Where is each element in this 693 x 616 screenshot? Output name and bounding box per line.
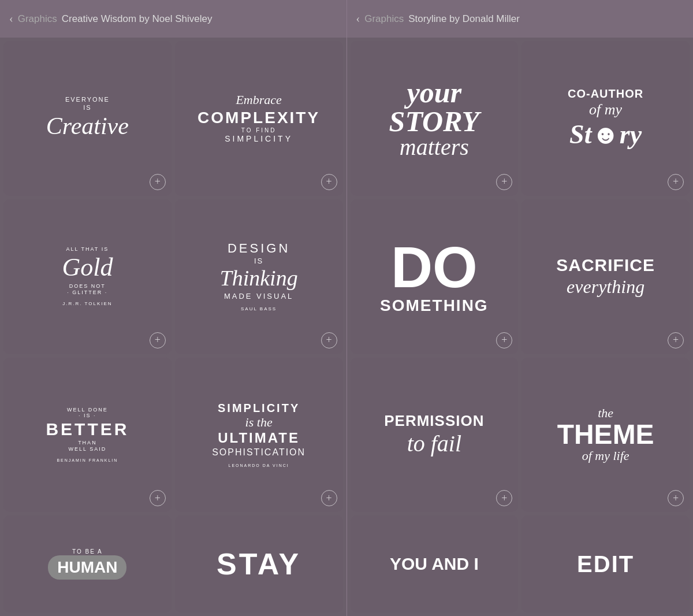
card-sacrifice[interactable]: SACRIFICE everything + bbox=[521, 199, 690, 354]
left-panel: ‹ Graphics Creative Wisdom by Noel Shive… bbox=[0, 0, 347, 616]
text-doesnot: DOES NOT bbox=[62, 283, 113, 290]
text-do: DO bbox=[380, 238, 489, 296]
add-button-your-story-matters[interactable]: + bbox=[496, 174, 512, 190]
add-button-well-done[interactable]: + bbox=[150, 490, 166, 506]
right-grid: your STORY matters + CO-AUTHOR of my St☻… bbox=[347, 38, 694, 616]
card-permission-to-fail-content: PERMISSION to fail bbox=[375, 403, 493, 467]
left-nav-title: Creative Wisdom by Noel Shiveley bbox=[62, 13, 213, 25]
card-permission-to-fail[interactable]: PERMISSION to fail + bbox=[351, 358, 519, 513]
text-tofind: TO FIND bbox=[198, 127, 320, 134]
text-thinking: Thinking bbox=[220, 265, 298, 292]
text-story2: St☻ry bbox=[568, 118, 643, 150]
right-nav-bar: ‹ Graphics Storyline by Donald Miller bbox=[347, 0, 694, 38]
text-tobea: TO BE A bbox=[48, 548, 126, 555]
text-ofmylife: of my life bbox=[557, 448, 654, 463]
text-welldone: WELL DONE bbox=[46, 407, 129, 413]
card-theme-of-my-life[interactable]: the THEME of my life + bbox=[521, 358, 690, 513]
text-something: SOMETHING bbox=[380, 296, 489, 316]
card-everyone-creative-content: EVERYONE IS Creative bbox=[37, 87, 138, 150]
text-permission: PERMISSION bbox=[384, 412, 484, 430]
card-you-and-i-content: YOU AND I bbox=[381, 544, 488, 584]
text-allthatis: ALL THAT IS bbox=[62, 246, 113, 253]
text-human-badge: HUMAN bbox=[48, 555, 126, 580]
text-is2: IS bbox=[220, 257, 298, 266]
card-stay[interactable]: STAY bbox=[175, 515, 343, 613]
text-isthe: is the bbox=[212, 415, 305, 430]
text-franklin: BENJAMIN FRANKLIN bbox=[46, 458, 129, 463]
card-embrace-complexity-content: Embrace COMPLEXITY TO FIND SIMPLICITY bbox=[188, 83, 329, 153]
card-simplicity-ultimate[interactable]: SIMPLICITY is the ULTIMATE SOPHISTICATIO… bbox=[175, 358, 343, 513]
card-everyone-creative[interactable]: EVERYONE IS Creative + bbox=[3, 41, 172, 196]
text-davinci: LEONARDO DA VINCI bbox=[212, 463, 305, 468]
left-nav-section[interactable]: Graphics bbox=[18, 13, 57, 25]
card-edit[interactable]: EDIT bbox=[521, 515, 690, 613]
card-co-author[interactable]: CO-AUTHOR of my St☻ry + bbox=[521, 41, 690, 196]
card-simplicity-ultimate-content: SIMPLICITY is the ULTIMATE SOPHISTICATIO… bbox=[203, 392, 315, 478]
right-nav-section[interactable]: Graphics bbox=[364, 13, 404, 25]
text-gold: Gold bbox=[62, 253, 113, 283]
text-stay: STAY bbox=[217, 546, 301, 582]
card-design-thinking-content: DESIGN IS Thinking MADE VISUAL SAUL BASS bbox=[211, 232, 307, 321]
right-nav-title: Storyline by Donald Miller bbox=[408, 13, 520, 25]
card-to-be-human-content: TO BE A HUMAN bbox=[39, 539, 136, 589]
card-well-done-content: WELL DONE · IS · BETTER THAN WELL SAID B… bbox=[36, 398, 138, 473]
text-youandi: YOU AND I bbox=[390, 554, 479, 574]
card-co-author-content: CO-AUTHOR of my St☻ry bbox=[558, 77, 653, 159]
right-back-button[interactable]: ‹ bbox=[356, 12, 360, 25]
add-button-do-something[interactable]: + bbox=[496, 332, 512, 348]
card-all-gold[interactable]: ALL THAT IS Gold DOES NOT · GLITTER · J.… bbox=[3, 199, 172, 354]
card-your-story-matters-content: your STORY matters bbox=[380, 69, 489, 168]
card-theme-of-my-life-content: the THEME of my life bbox=[548, 396, 664, 473]
add-button-permission-to-fail[interactable]: + bbox=[496, 490, 512, 506]
add-button-simplicity-ultimate[interactable]: + bbox=[321, 490, 337, 506]
add-button-design-thinking[interactable]: + bbox=[321, 332, 337, 348]
add-button-all-gold[interactable]: + bbox=[150, 332, 166, 348]
text-than: THAN bbox=[46, 440, 129, 446]
text-design: DESIGN bbox=[220, 241, 298, 256]
card-all-gold-content: ALL THAT IS Gold DOES NOT · GLITTER · J.… bbox=[53, 237, 122, 316]
text-wellsaid: WELL SAID bbox=[46, 446, 129, 452]
text-is: IS bbox=[46, 104, 129, 112]
card-edit-content: EDIT bbox=[568, 541, 643, 587]
text-simplicity2: SIMPLICITY bbox=[212, 401, 305, 415]
text-your: your bbox=[389, 78, 480, 107]
card-stay-content: STAY bbox=[207, 537, 310, 591]
text-matters: matters bbox=[389, 136, 480, 159]
card-embrace-complexity[interactable]: Embrace COMPLEXITY TO FIND SIMPLICITY + bbox=[175, 41, 343, 196]
text-sacrifice: SACRIFICE bbox=[556, 255, 655, 276]
add-button-sacrifice[interactable]: + bbox=[668, 332, 684, 348]
card-well-done[interactable]: WELL DONE · IS · BETTER THAN WELL SAID B… bbox=[3, 358, 172, 513]
card-do-something-content: DO SOMETHING bbox=[371, 229, 498, 325]
right-panel: ‹ Graphics Storyline by Donald Miller yo… bbox=[347, 0, 694, 616]
text-simplicity: SIMPLICITY bbox=[198, 134, 320, 144]
add-button-everyone-creative[interactable]: + bbox=[150, 174, 166, 190]
text-creative: Creative bbox=[46, 112, 129, 140]
text-glitter: · GLITTER · bbox=[62, 290, 113, 296]
card-design-thinking[interactable]: DESIGN IS Thinking MADE VISUAL SAUL BASS… bbox=[175, 199, 343, 354]
card-do-something[interactable]: DO SOMETHING + bbox=[351, 199, 519, 354]
app-container: ‹ Graphics Creative Wisdom by Noel Shive… bbox=[0, 0, 693, 616]
card-to-be-human[interactable]: TO BE A HUMAN bbox=[3, 515, 172, 613]
text-better: BETTER bbox=[46, 419, 129, 440]
text-tofail: to fail bbox=[384, 430, 484, 458]
text-coauthor: CO-AUTHOR bbox=[568, 87, 643, 101]
card-your-story-matters[interactable]: your STORY matters + bbox=[351, 41, 519, 196]
text-complexity: COMPLEXITY bbox=[198, 108, 320, 128]
text-tolkien: J.R.R. TOLKIEN bbox=[62, 301, 113, 307]
card-sacrifice-content: SACRIFICE everything bbox=[547, 246, 664, 307]
text-ofmy: of my bbox=[568, 101, 643, 118]
text-everything: everything bbox=[556, 276, 655, 298]
left-back-button[interactable]: ‹ bbox=[9, 12, 13, 25]
left-grid: EVERYONE IS Creative + Embrace COMPLEXIT… bbox=[0, 38, 346, 616]
add-button-co-author[interactable]: + bbox=[668, 174, 684, 190]
text-ultimate: ULTIMATE bbox=[212, 430, 305, 447]
card-you-and-i[interactable]: YOU AND I bbox=[351, 515, 519, 613]
text-edit: EDIT bbox=[577, 550, 634, 578]
text-madevisual: MADE VISUAL bbox=[220, 292, 298, 301]
text-dotis: · IS · bbox=[46, 413, 129, 419]
left-nav-bar: ‹ Graphics Creative Wisdom by Noel Shive… bbox=[0, 0, 346, 38]
text-story-big: STORY bbox=[389, 107, 480, 136]
text-everyone: EVERYONE bbox=[46, 96, 129, 103]
add-button-theme-of-my-life[interactable]: + bbox=[668, 490, 684, 506]
add-button-embrace-complexity[interactable]: + bbox=[321, 174, 337, 190]
